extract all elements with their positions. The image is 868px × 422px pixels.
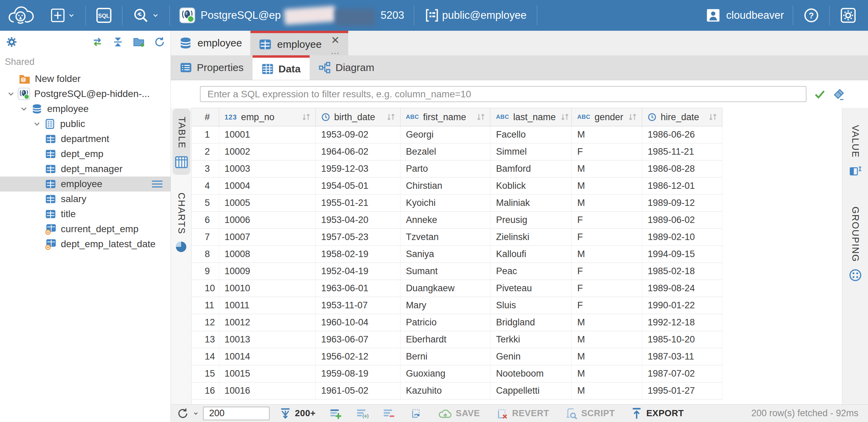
data-cell[interactable]: 1952-04-19 xyxy=(316,263,401,280)
data-cell[interactable]: Kazuhito xyxy=(401,382,491,399)
tab-employee-database[interactable]: employee xyxy=(171,31,250,55)
data-cell[interactable]: 1985-10-20 xyxy=(642,331,722,348)
column-header-last_name[interactable]: ABClast_name xyxy=(490,108,572,126)
column-header-rownum[interactable]: # xyxy=(192,108,219,126)
data-cell[interactable]: M xyxy=(572,178,642,194)
tree-item-employee[interactable]: employee xyxy=(0,101,171,116)
panel-tab-value[interactable]: VALUE xyxy=(849,117,862,183)
tree-item-dept-emp-latest-date[interactable]: dept_emp_latest_date xyxy=(0,237,171,252)
data-cell[interactable]: Bamford xyxy=(490,160,572,177)
refresh-tree-icon[interactable] xyxy=(153,36,166,48)
data-cell[interactable]: 1989-06-02 xyxy=(642,212,722,228)
data-cell[interactable]: 1961-05-02 xyxy=(316,382,401,399)
data-cell[interactable]: Duangkaew xyxy=(401,280,491,297)
data-cell[interactable]: F xyxy=(572,263,642,280)
data-cell[interactable]: M xyxy=(572,160,642,177)
sort-icon[interactable] xyxy=(386,113,396,122)
sort-icon[interactable] xyxy=(708,113,718,122)
tab-employee-table[interactable]: employee ✕ … xyxy=(250,31,348,55)
duplicate-row-button[interactable] xyxy=(356,407,369,420)
data-cell[interactable]: 10011 xyxy=(219,297,316,314)
tree-item-salary[interactable]: salary xyxy=(0,192,171,207)
data-cell[interactable]: Peac xyxy=(490,263,572,280)
data-cell[interactable]: 10016 xyxy=(219,382,316,399)
sort-icon[interactable] xyxy=(560,113,570,122)
revert-button[interactable]: REVERT xyxy=(496,407,549,420)
data-cell[interactable]: 10003 xyxy=(219,160,316,177)
data-cell[interactable]: Georgi xyxy=(401,126,491,143)
data-cell[interactable]: 10013 xyxy=(219,331,316,348)
user-menu[interactable]: cloudbeaver xyxy=(703,8,787,23)
data-cell[interactable]: 1959-08-19 xyxy=(316,365,401,382)
data-cell[interactable]: Saniya xyxy=(401,246,491,263)
link-with-editor-icon[interactable] xyxy=(91,36,104,48)
data-cell[interactable]: 10001 xyxy=(219,126,316,143)
clear-filter-icon[interactable] xyxy=(832,88,845,100)
data-cell[interactable]: 1963-06-01 xyxy=(316,280,401,297)
data-cell[interactable]: Simmel xyxy=(490,143,572,160)
tree-item-public[interactable]: public xyxy=(0,116,171,131)
export-button[interactable]: EXPORT xyxy=(630,407,684,420)
data-cell[interactable]: Terkki xyxy=(490,331,572,348)
apply-filter-icon[interactable] xyxy=(813,88,826,101)
tree-item-postgresql-ep-hidden-[interactable]: PostgreSQL@ep-hidden-... xyxy=(0,86,171,101)
data-cell[interactable]: 10015 xyxy=(219,365,316,382)
tab-data[interactable]: Data xyxy=(253,55,310,80)
data-cell[interactable]: 1992-12-18 xyxy=(642,314,722,331)
add-row-button[interactable] xyxy=(329,407,342,420)
data-cell[interactable]: Koblick xyxy=(490,178,572,194)
revert-selected-button[interactable] xyxy=(409,407,422,420)
data-cell[interactable]: 10012 xyxy=(219,314,316,331)
data-cell[interactable]: Parto xyxy=(401,160,491,177)
data-cell[interactable]: 1990-01-22 xyxy=(642,297,722,314)
data-cell[interactable]: 1953-11-07 xyxy=(316,297,401,314)
data-cell[interactable]: 10002 xyxy=(219,143,316,160)
tree-item-department[interactable]: department xyxy=(0,131,171,146)
sort-icon[interactable] xyxy=(301,113,311,122)
data-cell[interactable]: 10007 xyxy=(219,229,316,245)
data-cell[interactable]: Facello xyxy=(490,126,572,143)
collapse-all-icon[interactable] xyxy=(112,36,124,48)
data-cell[interactable]: M xyxy=(572,348,642,365)
data-cell[interactable]: 1989-08-24 xyxy=(642,280,722,297)
data-cell[interactable]: Mary xyxy=(401,297,491,314)
data-cell[interactable]: Bridgland xyxy=(490,314,572,331)
data-cell[interactable]: M xyxy=(572,382,642,399)
fetch-page-size-button[interactable]: 200+ xyxy=(279,407,316,420)
presentation-tab-charts[interactable]: CHARTS xyxy=(171,184,191,259)
data-cell[interactable]: 1986-06-26 xyxy=(642,126,722,143)
data-cell[interactable]: Patricio xyxy=(401,314,491,331)
data-cell[interactable]: 10014 xyxy=(219,348,316,365)
chevron-down-icon[interactable] xyxy=(5,89,17,98)
data-cell[interactable]: 10004 xyxy=(219,178,316,194)
sort-icon[interactable] xyxy=(627,113,638,122)
data-cell[interactable]: Sluis xyxy=(490,297,572,314)
script-button[interactable]: SCRIPT xyxy=(565,407,615,420)
data-cell[interactable]: M xyxy=(572,195,642,211)
open-sql-editor-button[interactable]: SQL xyxy=(92,0,116,31)
data-cell[interactable]: 10005 xyxy=(219,195,316,211)
data-cell[interactable]: Berni xyxy=(401,348,491,365)
chevron-down-icon[interactable] xyxy=(31,119,43,128)
data-cell[interactable]: F xyxy=(572,143,642,160)
tab-properties[interactable]: Properties xyxy=(171,55,253,80)
data-cell[interactable]: M xyxy=(572,365,642,382)
data-cell[interactable]: 1953-04-20 xyxy=(316,212,401,228)
sidebar-settings-gear-icon[interactable] xyxy=(5,36,18,48)
data-cell[interactable]: 1987-07-02 xyxy=(642,365,722,382)
data-cell[interactable]: Anneke xyxy=(401,212,491,228)
data-cell[interactable]: M xyxy=(572,314,642,331)
tree-item-current-dept-emp[interactable]: current_dept_emp xyxy=(0,222,171,237)
column-header-hire_date[interactable]: hire_date xyxy=(642,108,722,126)
delete-row-button[interactable] xyxy=(383,407,396,420)
sort-icon[interactable] xyxy=(476,113,486,122)
data-cell[interactable]: F xyxy=(572,297,642,314)
data-cell[interactable]: Genin xyxy=(490,348,572,365)
data-cell[interactable]: M xyxy=(572,331,642,348)
tree-item-new-folder[interactable]: New folder xyxy=(0,71,171,86)
data-cell[interactable]: 1953-09-02 xyxy=(316,126,401,143)
settings-button[interactable] xyxy=(836,0,860,31)
data-cell[interactable]: Bezalel xyxy=(401,143,491,160)
data-cell[interactable]: 1989-02-10 xyxy=(642,229,722,245)
column-header-birth_date[interactable]: birth_date xyxy=(316,108,401,126)
